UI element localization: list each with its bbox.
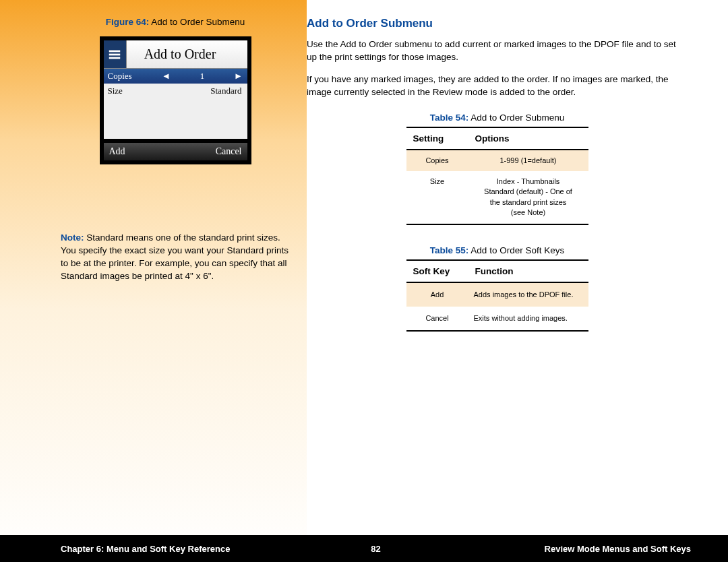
page-number: 82	[356, 544, 396, 554]
figure-title: Add to Order Submenu	[151, 17, 245, 27]
table55-h2: Function	[468, 260, 588, 282]
svg-rect-2	[109, 57, 121, 59]
page-footer: Chapter 6: Menu and Soft Key Reference 8…	[0, 535, 728, 562]
arrow-right-icon: ►	[234, 71, 243, 82]
table-row: Cancel Exits without adding images.	[406, 307, 588, 331]
table55-caption: Table 55: Add to Order Soft Keys	[307, 245, 688, 255]
lcd-add-button: Add	[109, 146, 125, 157]
note-label: Note:	[61, 232, 84, 243]
table55-h1: Soft Key	[406, 260, 468, 282]
figure-label: Figure 64:	[106, 17, 150, 27]
lcd-cancel-button: Cancel	[216, 146, 242, 157]
footer-right: Review Mode Menus and Soft Keys	[396, 544, 729, 554]
table-row: Copies 1-999 (1=default)	[406, 150, 588, 171]
left-column: Figure 64: Add to Order Submenu Add to O…	[0, 0, 307, 562]
menu-icon	[104, 40, 127, 68]
lcd-row-copies: Copies ◄ 1 ►	[104, 69, 247, 84]
lcd-title: Add to Order	[127, 46, 247, 62]
table54-caption: Table 54: Add to Order Submenu	[307, 113, 688, 123]
svg-rect-0	[109, 50, 121, 52]
lcd-row-size: Size Standard	[104, 84, 247, 98]
table54: Setting Options Copies 1-999 (1=default)…	[406, 127, 588, 225]
table54-h1: Setting	[406, 127, 468, 150]
table54-h2: Options	[468, 127, 588, 150]
note-text: Standard means one of the standard print…	[61, 232, 289, 281]
para2: If you have any marked images, they are …	[307, 73, 688, 99]
lcd-screenshot: Add to Order Copies ◄ 1 ► Size Standard	[100, 36, 251, 164]
right-column: Add to Order Submenu Use the Add to Orde…	[307, 0, 728, 562]
table55: Soft Key Function Add Adds images to the…	[406, 259, 588, 332]
table-row: Add Adds images to the DPOF file.	[406, 282, 588, 307]
svg-rect-1	[109, 53, 121, 55]
figure-caption: Figure 64: Add to Order Submenu	[61, 17, 290, 27]
table-row: Size Index - Thumbnails Standard (defaul…	[406, 171, 588, 224]
note-block: Note: Standard means one of the standard…	[61, 232, 290, 283]
para1: Use the Add to Order submenu to add curr…	[307, 38, 688, 64]
footer-left: Chapter 6: Menu and Soft Key Reference	[0, 544, 356, 554]
section-heading: Add to Order Submenu	[307, 17, 688, 30]
arrow-left-icon: ◄	[162, 71, 171, 82]
